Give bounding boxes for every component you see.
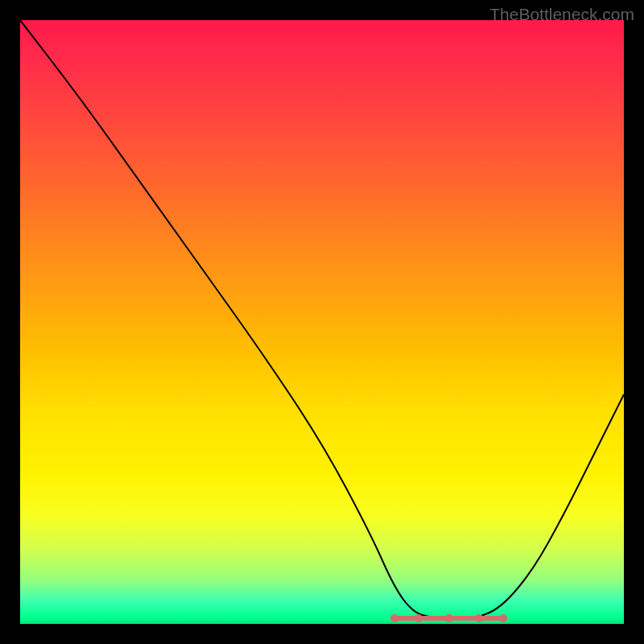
watermark-text: TheBottleneck.com — [489, 5, 634, 24]
optimal-zone-marker — [499, 614, 507, 622]
optimal-zone-marker — [445, 614, 453, 622]
chart-plot-area — [20, 20, 624, 624]
bottleneck-curve-path — [20, 20, 624, 618]
optimal-zone-marker — [475, 614, 483, 622]
optimal-zone-marker — [415, 614, 423, 622]
optimal-zone-marker — [390, 614, 398, 622]
chart-curve-svg — [20, 20, 624, 624]
